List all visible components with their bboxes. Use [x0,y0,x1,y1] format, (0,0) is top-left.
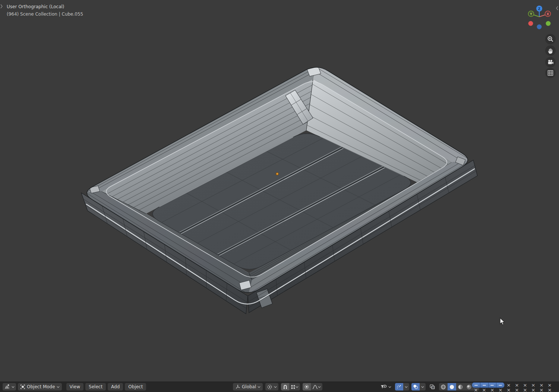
placeholder-x-icon[interactable]: × [548,388,552,392]
placeholder-x-icon[interactable]: × [474,388,478,392]
header-extra-widgets: × × × × × × × × × × × × × × × × [472,383,554,392]
sidebar-expand-icon[interactable] [555,5,559,11]
solid-sphere-icon [449,384,455,390]
menu-select[interactable]: Select [85,383,106,391]
toggle-projection-button[interactable] [545,68,556,78]
object-origin-dot [276,173,279,175]
proportional-falloff-selector[interactable] [311,383,322,391]
pivot-point-icon [267,384,272,390]
context-path-label: (964) Scene Collection | Cube.055 [7,10,83,18]
hand-icon [547,47,554,54]
viewport-header-bar: Object Mode View Select Add Object Globa… [0,382,559,392]
snap-with-selector[interactable] [289,383,300,391]
dash-icon [483,385,486,386]
gizmo-options-dropdown[interactable] [403,383,409,391]
placeholder-x-icon[interactable]: × [540,388,544,392]
wireframe-sphere-icon [440,384,446,390]
placeholder-x-icon[interactable]: × [515,388,519,392]
chevron-down-icon [274,386,277,388]
gizmo-arrow-icon [397,384,402,389]
placeholder-x-icon[interactable]: × [523,388,527,392]
chevron-down-icon [296,386,299,388]
orientation-axes-icon [235,384,240,389]
shading-wireframe-button[interactable] [439,383,448,391]
placeholder-x-icon[interactable]: × [540,383,544,387]
view-name-label: User Orthographic (Local) [7,3,83,10]
proportional-editing-icon [304,384,309,389]
axis-z-negative[interactable] [537,25,542,29]
magnet-icon [282,384,288,389]
mode-selector[interactable]: Object Mode [18,383,62,391]
axis-y-negative[interactable] [546,21,551,26]
mode-label: Object Mode [27,383,55,391]
xray-icon [429,384,435,390]
menu-object[interactable]: Object [125,383,146,391]
overlays-icon [413,384,418,389]
falloff-curve-icon [312,385,318,389]
axis-x-negative[interactable] [528,21,533,26]
placeholder-x-icon[interactable]: × [523,383,527,387]
axis-navigation-gizmo[interactable]: Z Y X [524,2,555,32]
zoom-button[interactable] [545,34,556,44]
placeholder-x-icon[interactable]: × [507,383,511,387]
show-gizmo-toggle[interactable] [395,383,403,391]
placeholder-x-icon[interactable]: × [490,388,495,392]
transform-orientation-selector[interactable]: Global [233,383,263,391]
placeholder-x-icon[interactable]: × [482,388,486,392]
snap-increment-icon [291,385,296,389]
shading-material-button[interactable] [456,383,465,391]
placeholder-x-icon[interactable]: × [507,388,511,392]
camera-icon [547,59,554,66]
viewport-overlay-text: User Orthographic (Local) (964) Scene Co… [7,3,83,18]
pan-button[interactable] [545,45,556,56]
placeholder-x-icon[interactable]: × [499,388,503,392]
svg-text:Y: Y [530,12,533,16]
chevron-down-icon [421,386,424,388]
editor-type-selector[interactable] [3,383,16,391]
pivot-point-selector[interactable] [265,383,278,391]
placeholder-x-icon[interactable]: × [548,383,552,387]
placeholder-x-icon[interactable]: × [531,388,536,392]
tray-wireframe-model[interactable] [0,0,559,392]
show-overlays-toggle[interactable] [411,383,420,391]
chevron-down-icon [258,386,260,388]
chevron-down-icon [318,386,321,388]
chevron-down-icon [57,386,60,388]
placeholder-x-icon[interactable]: × [515,383,519,387]
blender-3d-viewport-window: User Orthographic (Local) (964) Scene Co… [0,0,559,392]
snap-toggle[interactable] [281,383,289,391]
material-sphere-icon [458,384,463,390]
editor-3d-viewport-icon [4,384,10,390]
chevron-down-icon [12,386,15,388]
svg-text:X: X [547,12,549,16]
menu-view[interactable]: View [66,383,83,391]
toolbar-expand-icon[interactable] [0,3,4,9]
dash-icon [474,385,478,386]
orientation-label: Global [242,383,256,391]
rendered-sphere-icon [466,384,472,390]
dash-icon [490,385,494,386]
menu-add[interactable]: Add [108,383,123,391]
proportional-editing-toggle[interactable] [303,383,311,391]
dash-icon [499,385,502,386]
mouse-cursor [500,318,506,326]
placeholder-x-icon[interactable]: × [531,383,536,387]
grid-icon [547,70,554,76]
magnifier-plus-icon [547,36,554,42]
eye-filter-icon [380,384,387,390]
chevron-down-icon [388,386,391,388]
object-mode-icon [20,384,25,389]
shading-solid-button[interactable] [448,383,456,391]
svg-text:Z: Z [538,7,541,11]
object-type-visibility[interactable] [379,383,393,391]
chevron-down-icon [405,386,408,388]
xray-toggle[interactable] [428,383,437,391]
camera-view-button[interactable] [545,57,556,67]
overlays-options-dropdown[interactable] [420,383,426,391]
